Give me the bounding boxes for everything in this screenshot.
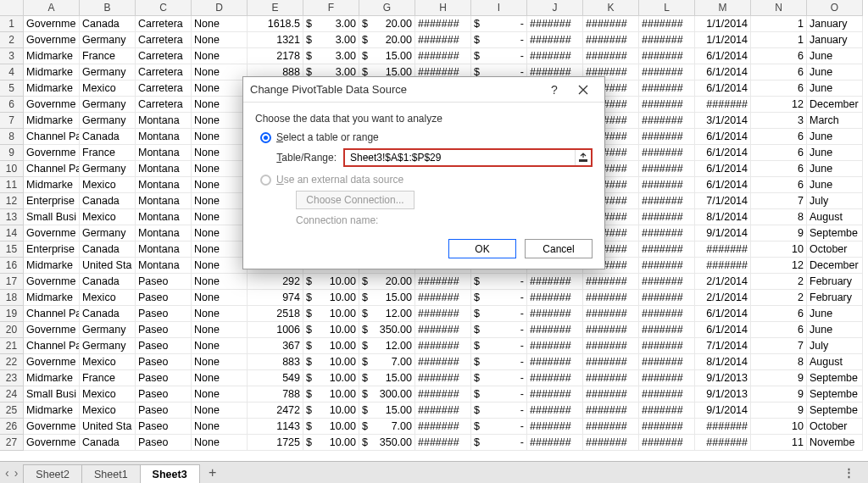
cell[interactable]: Paseo [136, 354, 192, 370]
cell[interactable]: ####### [695, 435, 751, 451]
tab-options-button[interactable]: ⋮ [832, 462, 868, 483]
cell[interactable]: ####### [415, 370, 471, 386]
row-header[interactable]: 1 [0, 16, 24, 32]
cell[interactable]: Carretera [136, 16, 192, 32]
cell[interactable]: August [807, 354, 863, 370]
cell[interactable]: United Sta [80, 419, 136, 435]
cell[interactable]: March [807, 113, 863, 129]
sheet-tab-sheet3[interactable]: Sheet3 [140, 464, 200, 483]
cell[interactable]: 6/1/2014 [695, 48, 751, 64]
row-header[interactable]: 20 [0, 322, 24, 338]
cell[interactable]: $10.00 [303, 419, 359, 435]
row-header[interactable]: 26 [0, 419, 24, 435]
cell[interactable]: $3.00 [303, 16, 359, 32]
row-header[interactable]: 15 [0, 242, 24, 258]
cell[interactable]: None [192, 354, 248, 370]
cell[interactable]: 8/1/2014 [695, 209, 751, 225]
cell[interactable]: Canada [80, 435, 136, 451]
cell[interactable]: ####### [639, 97, 695, 113]
cell[interactable]: ####### [639, 370, 695, 386]
cell[interactable]: 6 [751, 129, 807, 145]
cell[interactable]: Germany [80, 338, 136, 354]
row-header[interactable]: 13 [0, 209, 24, 225]
cell[interactable]: ####### [639, 258, 695, 274]
cell[interactable]: 12 [751, 97, 807, 113]
cell[interactable]: Carretera [136, 97, 192, 113]
col-header-K[interactable]: K [583, 0, 639, 16]
cell[interactable]: 549 [248, 370, 303, 386]
row-header[interactable]: 23 [0, 370, 24, 386]
cell[interactable]: None [192, 258, 248, 274]
row-header[interactable]: 8 [0, 129, 24, 145]
cell[interactable]: 8 [751, 354, 807, 370]
cell[interactable]: June [807, 145, 863, 161]
cell[interactable]: 6 [751, 48, 807, 64]
cell[interactable]: 6/1/2014 [695, 161, 751, 177]
cell[interactable]: Governme [24, 419, 80, 435]
row-header[interactable]: 18 [0, 290, 24, 306]
cell[interactable]: January [807, 16, 863, 32]
cell[interactable]: 6 [751, 161, 807, 177]
cell[interactable]: 6/1/2014 [695, 80, 751, 97]
cell[interactable]: ####### [639, 402, 695, 419]
cell[interactable]: Canada [80, 274, 136, 290]
cell[interactable]: 9 [751, 370, 807, 386]
cell[interactable]: ####### [527, 338, 583, 354]
cell[interactable]: None [192, 274, 248, 290]
cell[interactable]: ####### [415, 435, 471, 451]
cell[interactable]: Montana [136, 129, 192, 145]
cell[interactable]: Canada [80, 193, 136, 209]
cell[interactable]: Midmarke [24, 80, 80, 97]
cell[interactable]: Paseo [136, 386, 192, 402]
cell[interactable]: France [80, 145, 136, 161]
cell[interactable]: None [192, 16, 248, 32]
cell[interactable]: ####### [639, 322, 695, 338]
cell[interactable]: 1 [751, 16, 807, 32]
cell[interactable]: ####### [639, 129, 695, 145]
cell[interactable]: ####### [639, 80, 695, 97]
row-header[interactable]: 3 [0, 48, 24, 64]
ok-button[interactable]: OK [448, 239, 516, 258]
cell[interactable]: June [807, 322, 863, 338]
cell[interactable]: $3.00 [303, 48, 359, 64]
col-header-A[interactable]: A [24, 0, 80, 16]
cell[interactable]: Enterprise [24, 242, 80, 258]
cell[interactable]: ####### [415, 274, 471, 290]
cell[interactable]: ####### [415, 290, 471, 306]
cell[interactable]: Septembe [807, 386, 863, 402]
cell[interactable]: December [807, 97, 863, 113]
cell[interactable]: Germany [80, 97, 136, 113]
cell[interactable]: $- [471, 274, 527, 290]
cell[interactable]: Montana [136, 145, 192, 161]
cell[interactable]: 9/1/2013 [695, 386, 751, 402]
cell[interactable]: Germany [80, 32, 136, 48]
cell[interactable]: Governme [24, 97, 80, 113]
cell[interactable]: ####### [639, 435, 695, 451]
cell[interactable]: June [807, 161, 863, 177]
cell[interactable]: ####### [639, 338, 695, 354]
cell[interactable]: 6 [751, 322, 807, 338]
cell[interactable]: Paseo [136, 338, 192, 354]
cell[interactable]: ####### [527, 322, 583, 338]
cell[interactable]: Germany [80, 322, 136, 338]
cell[interactable]: Mexico [80, 386, 136, 402]
tab-nav[interactable]: ‹ › [0, 462, 23, 483]
cell[interactable]: ####### [415, 402, 471, 419]
cell[interactable]: 6/1/2014 [695, 145, 751, 161]
cell[interactable]: $- [471, 290, 527, 306]
cell[interactable]: $- [471, 306, 527, 322]
col-header-I[interactable]: I [471, 0, 527, 16]
cell[interactable]: Mexico [80, 290, 136, 306]
cell[interactable]: 10 [751, 419, 807, 435]
cell[interactable]: ####### [583, 354, 639, 370]
cell[interactable]: Midmarke [24, 258, 80, 274]
cell[interactable]: 883 [248, 354, 303, 370]
cell[interactable]: ####### [527, 354, 583, 370]
cell[interactable]: Canada [80, 16, 136, 32]
cell[interactable]: Small Busi [24, 386, 80, 402]
cell[interactable]: Canada [80, 242, 136, 258]
cell[interactable]: 9/1/2014 [695, 225, 751, 242]
cell[interactable]: 3/1/2014 [695, 113, 751, 129]
row-header[interactable]: 6 [0, 97, 24, 113]
dialog-help-button[interactable]: ? [540, 78, 569, 102]
